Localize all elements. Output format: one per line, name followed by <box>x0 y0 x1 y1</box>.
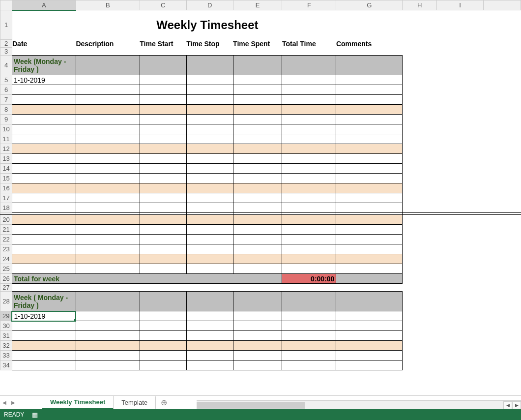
row-4[interactable]: 4 Week (Monday - Friday ) <box>0 56 521 75</box>
tab-weekly-timesheet[interactable]: Weekly Timesheet <box>42 396 114 410</box>
tab-next-icon[interactable]: ▶ <box>9 397 18 408</box>
row-header[interactable]: 12 <box>0 144 12 154</box>
row-header[interactable]: 7 <box>0 95 12 105</box>
date-cell[interactable]: 1-10-2019 <box>12 75 76 85</box>
select-all-cell[interactable] <box>0 0 12 10</box>
row-8[interactable]: 8 <box>0 105 521 115</box>
row-header-selected[interactable]: 29 <box>0 311 12 321</box>
row-header[interactable]: 1 <box>0 10 12 40</box>
row-header[interactable]: 23 <box>0 244 12 254</box>
row-header[interactable]: 3 <box>0 48 12 56</box>
row-header[interactable]: 14 <box>0 164 12 174</box>
header-time-stop: Time Stop <box>186 40 233 48</box>
row-header[interactable]: 5 <box>0 75 12 85</box>
total-value[interactable]: 0:00:00 <box>282 274 336 284</box>
row-header[interactable]: 4 <box>0 56 12 75</box>
row-header[interactable]: 31 <box>0 331 12 341</box>
spreadsheet[interactable]: A B C D E F G H I 1 Weekly Timesheet 2 D… <box>0 0 521 395</box>
week1-label[interactable]: Week (Monday - Friday ) <box>12 56 76 75</box>
row-header[interactable]: 24 <box>0 254 12 264</box>
row-header[interactable]: 10 <box>0 124 12 134</box>
row-27[interactable]: 27 <box>0 284 521 292</box>
row-header[interactable]: 8 <box>0 105 12 115</box>
row-header[interactable]: 15 <box>0 174 12 183</box>
row-14[interactable]: 14 <box>0 164 521 174</box>
col-header-G[interactable]: G <box>336 0 403 10</box>
row-31[interactable]: 31 <box>0 331 521 341</box>
row-header[interactable]: 20 <box>0 215 12 225</box>
scroll-right-icon[interactable]: ▶ <box>512 401 521 409</box>
row-9[interactable]: 9 <box>0 115 521 124</box>
row-28[interactable]: 28 Week ( Monday - Friday ) <box>0 292 521 311</box>
row-header[interactable]: 17 <box>0 193 12 203</box>
row-header[interactable]: 22 <box>0 235 12 244</box>
row-12[interactable]: 12 <box>0 144 521 154</box>
header-comments: Comments <box>336 40 403 48</box>
col-header-C[interactable]: C <box>140 0 186 10</box>
col-header-D[interactable]: D <box>186 0 233 10</box>
row-1[interactable]: 1 Weekly Timesheet <box>0 10 521 40</box>
row-13[interactable]: 13 <box>0 154 521 164</box>
row-header[interactable]: 18 <box>0 203 12 213</box>
row-25[interactable]: 25 <box>0 264 521 274</box>
row-32[interactable]: 32 <box>0 341 521 351</box>
column-headers[interactable]: A B C D E F G H I <box>0 0 521 10</box>
grid[interactable]: A B C D E F G H I 1 Weekly Timesheet 2 D… <box>0 0 521 370</box>
col-header-A[interactable]: A <box>12 0 76 10</box>
row-header[interactable]: 32 <box>0 341 12 351</box>
header-time-spent: Time Spent <box>233 40 282 48</box>
macro-record-icon[interactable]: ▦ <box>32 411 38 419</box>
week2-label[interactable]: Week ( Monday - Friday ) <box>12 292 76 311</box>
row-15[interactable]: 15 <box>0 174 521 183</box>
row-header[interactable]: 26 <box>0 274 12 284</box>
row-17[interactable]: 17 <box>0 193 521 203</box>
scroll-thumb[interactable] <box>197 402 305 409</box>
row-header[interactable]: 33 <box>0 351 12 360</box>
row-header[interactable]: 16 <box>0 183 12 193</box>
status-bar: READY ▦ <box>0 409 521 420</box>
row-21[interactable]: 21 <box>0 225 521 235</box>
row-header[interactable]: 25 <box>0 264 12 274</box>
row-20[interactable]: 20 <box>0 215 521 225</box>
row-23[interactable]: 23 <box>0 244 521 254</box>
row-30[interactable]: 30 <box>0 321 521 331</box>
tab-prev-icon[interactable]: ◀ <box>0 397 9 408</box>
col-header-E[interactable]: E <box>233 0 282 10</box>
row-3[interactable]: 3 <box>0 48 521 56</box>
row-header[interactable]: 9 <box>0 115 12 124</box>
row-22[interactable]: 22 <box>0 235 521 244</box>
row-header[interactable]: 34 <box>0 360 12 370</box>
row-header[interactable]: 6 <box>0 85 12 95</box>
col-header-F[interactable]: F <box>282 0 336 10</box>
row-7[interactable]: 7 <box>0 95 521 105</box>
row-11[interactable]: 11 <box>0 134 521 144</box>
tab-template[interactable]: Template <box>114 396 156 409</box>
row-34[interactable]: 34 <box>0 360 521 370</box>
row-5[interactable]: 5 1-10-2019 <box>0 75 521 85</box>
row-header[interactable]: 2 <box>0 40 12 48</box>
horizontal-scrollbar[interactable]: ◀ ▶ <box>197 400 521 409</box>
row-header[interactable]: 28 <box>0 292 12 311</box>
row-26[interactable]: 26 Total for week 0:00:00 <box>0 274 521 284</box>
row-header[interactable]: 21 <box>0 225 12 235</box>
row-header[interactable]: 27 <box>0 284 12 292</box>
row-33[interactable]: 33 <box>0 351 521 360</box>
row-header[interactable]: 30 <box>0 321 12 331</box>
row-6[interactable]: 6 <box>0 85 521 95</box>
col-header-B[interactable]: B <box>76 0 140 10</box>
row-16[interactable]: 16 <box>0 183 521 193</box>
row-header[interactable]: 13 <box>0 154 12 164</box>
row-29[interactable]: 29 1-10-2019 <box>0 311 521 321</box>
scroll-left-icon[interactable]: ◀ <box>503 401 512 409</box>
active-cell[interactable]: 1-10-2019 <box>12 311 76 321</box>
col-header-H[interactable]: H <box>403 0 437 10</box>
col-header-I[interactable]: I <box>437 0 484 10</box>
row-24[interactable]: 24 <box>0 254 521 264</box>
scroll-track[interactable] <box>197 401 503 409</box>
row-18[interactable]: 18 <box>0 203 521 213</box>
row-header[interactable]: 11 <box>0 134 12 144</box>
add-sheet-icon[interactable]: ⊕ <box>156 398 172 407</box>
row-10[interactable]: 10 <box>0 124 521 134</box>
total-label[interactable]: Total for week <box>12 274 282 284</box>
row-2[interactable]: 2 Date Description Time Start Time Stop … <box>0 40 521 48</box>
